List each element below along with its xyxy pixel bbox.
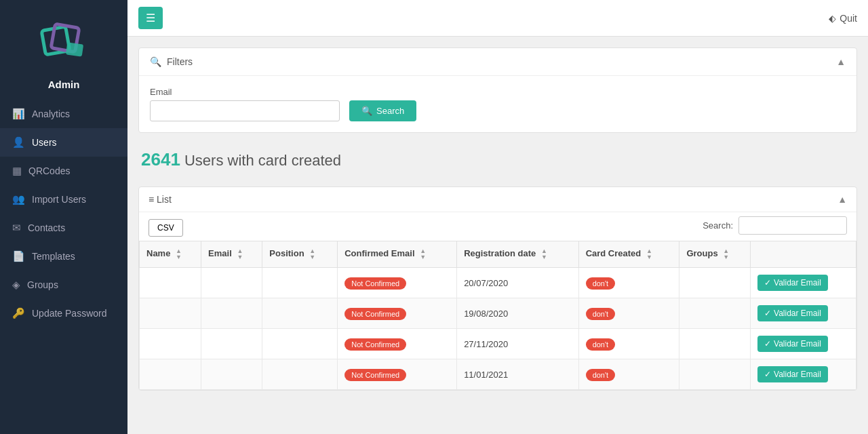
search-button[interactable]: 🔍 Search [349, 100, 416, 121]
list-icon: ≡ [149, 194, 154, 205]
card-badge-1: don't [586, 308, 616, 320]
cell-groups-0 [679, 268, 751, 298]
cell-groups-2 [679, 329, 751, 359]
cell-name-1 [140, 298, 201, 329]
sidebar-item-templates[interactable]: 📄 Templates [0, 242, 127, 271]
sidebar-item-groups[interactable]: ◈ Groups [0, 271, 127, 299]
contacts-icon: ✉ [12, 222, 21, 234]
confirmed-badge-1: Not Confirmed [344, 308, 406, 320]
validar-email-button-0[interactable]: ✓ Validar Email [757, 275, 828, 291]
confirmed-badge-0: Not Confirmed [344, 277, 406, 290]
filters-panel: 🔍 Filters ▲ Email 🔍 Search [138, 47, 857, 133]
validar-email-button-1[interactable]: ✓ Validar Email [757, 305, 828, 321]
quit-label: Quit [840, 13, 857, 24]
cell-groups-1 [679, 298, 751, 329]
cell-position-2 [262, 329, 338, 359]
list-collapse-icon[interactable]: ▲ [837, 194, 847, 205]
validar-email-button-2[interactable]: ✓ Validar Email [757, 336, 828, 352]
templates-label: Templates [32, 251, 75, 262]
content-area: 🔍 Filters ▲ Email 🔍 Search [127, 37, 868, 434]
validar-email-button-3[interactable]: ✓ Validar Email [757, 366, 828, 382]
check-icon-0: ✓ [764, 278, 771, 288]
cell-groups-3 [679, 359, 751, 390]
col-groups: Groups ▲▼ [679, 241, 751, 268]
topbar: ☰ ⬖ Quit [127, 0, 868, 37]
quit-button[interactable]: ⬖ Quit [829, 13, 857, 24]
cell-date-0: 20/07/2020 [457, 268, 579, 298]
filter-row: Email 🔍 Search [150, 87, 846, 121]
sidebar-item-contacts[interactable]: ✉ Contacts [0, 214, 127, 242]
svg-rect-2 [66, 42, 83, 56]
quit-icon: ⬖ [829, 13, 836, 24]
cell-name-2 [140, 329, 201, 359]
filters-title: Filters [167, 56, 193, 67]
sidebar-item-update-password[interactable]: 🔑 Update Password [0, 299, 127, 328]
email-label: Email [150, 87, 340, 97]
col-name: Name ▲▼ [140, 241, 201, 268]
search-label: Search [376, 106, 404, 116]
col-action [751, 241, 856, 268]
table-header-row: Name ▲▼ Email ▲▼ Position ▲▼ Confirmed E… [140, 241, 856, 268]
sidebar-item-import-users[interactable]: 👥 Import Users [0, 185, 127, 214]
col-registration-date: Registration date ▲▼ [457, 241, 579, 268]
check-icon-2: ✓ [764, 339, 771, 349]
hamburger-button[interactable]: ☰ [138, 7, 163, 29]
col-confirmed-email: Confirmed Email ▲▼ [338, 241, 457, 268]
admin-label: Admin [0, 75, 127, 100]
list-controls: CSV Search: [139, 212, 856, 241]
card-badge-2: don't [586, 338, 616, 351]
confirmed-badge-3: Not Confirmed [344, 369, 406, 381]
cell-action-0: ✓ Validar Email [751, 268, 856, 298]
list-title: List [157, 194, 172, 205]
logo-icon [37, 14, 91, 68]
cell-position-0 [262, 268, 338, 298]
email-filter-group: Email [150, 87, 340, 121]
contacts-label: Contacts [28, 222, 65, 233]
cell-action-3: ✓ Validar Email [751, 359, 856, 390]
cell-email-2 [201, 329, 262, 359]
table-search-input[interactable] [738, 216, 847, 235]
filters-collapse-icon[interactable]: ▲ [836, 56, 846, 67]
cell-name-3 [140, 359, 201, 390]
sidebar-item-analytics[interactable]: 📊 Analytics [0, 100, 127, 128]
cell-position-3 [262, 359, 338, 390]
sidebar-item-qrcodes[interactable]: ▦ QRCodes [0, 157, 127, 185]
card-badge-0: don't [586, 277, 616, 290]
analytics-icon: 📊 [12, 108, 25, 120]
col-card-created: Card Created ▲▼ [578, 241, 679, 268]
cell-confirmed-0: Not Confirmed [338, 268, 457, 298]
templates-icon: 📄 [12, 250, 25, 262]
email-input[interactable] [150, 100, 340, 121]
qrcodes-icon: ▦ [12, 165, 22, 177]
list-panel: ≡ List ▲ CSV Search: Name ▲▼ [138, 186, 857, 391]
users-table: Name ▲▼ Email ▲▼ Position ▲▼ Confirmed E… [139, 241, 856, 390]
cell-card-0: don't [578, 268, 679, 298]
cell-action-2: ✓ Validar Email [751, 329, 856, 359]
check-icon-1: ✓ [764, 309, 771, 318]
filters-panel-header: 🔍 Filters ▲ [139, 48, 856, 76]
col-email: Email ▲▼ [201, 241, 262, 268]
groups-icon: ◈ [12, 279, 20, 291]
import-users-icon: 👥 [12, 193, 25, 205]
nav-items: 📊 Analytics 👤 Users ▦ QRCodes 👥 Import U… [0, 100, 127, 328]
cell-confirmed-2: Not Confirmed [338, 329, 457, 359]
update-password-icon: 🔑 [12, 307, 25, 319]
cell-date-1: 19/08/2020 [457, 298, 579, 329]
table-search-row: Search: [693, 214, 856, 240]
analytics-label: Analytics [32, 108, 70, 119]
users-count: 2641 [141, 149, 180, 170]
users-icon: 👤 [12, 136, 25, 149]
table-search-label: Search: [703, 220, 733, 231]
cell-card-1: don't [578, 298, 679, 329]
sidebar-item-users[interactable]: 👤 Users [0, 128, 127, 157]
csv-button[interactable]: CSV [149, 219, 183, 237]
filter-search-icon: 🔍 [150, 56, 161, 67]
cell-date-3: 11/01/2021 [457, 359, 579, 390]
col-position: Position ▲▼ [262, 241, 338, 268]
filters-panel-body: Email 🔍 Search [139, 76, 856, 132]
groups-label: Groups [27, 279, 58, 290]
import-users-label: Import Users [32, 194, 86, 205]
table-head: Name ▲▼ Email ▲▼ Position ▲▼ Confirmed E… [140, 241, 856, 268]
count-banner: 2641 Users with card created [138, 142, 857, 177]
table-row: Not Confirmed 19/08/2020 don't ✓ Validar… [140, 298, 856, 329]
